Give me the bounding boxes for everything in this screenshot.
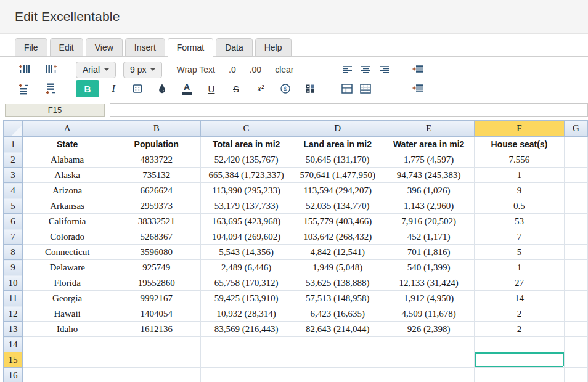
cell-A16[interactable] xyxy=(22,368,112,382)
cell-G4[interactable] xyxy=(564,183,587,198)
insert-column-right-icon[interactable] xyxy=(42,61,60,78)
cell-G13[interactable] xyxy=(564,322,587,337)
cell-B11[interactable]: 9992167 xyxy=(112,291,201,306)
font-size-dropdown[interactable]: 9 px xyxy=(123,62,162,78)
cell-B6[interactable]: 38332521 xyxy=(112,214,201,229)
cell-F4[interactable]: 9 xyxy=(474,183,564,198)
cell-C9[interactable]: 2,489 (6,446) xyxy=(201,260,292,275)
cell-B13[interactable]: 1612136 xyxy=(112,322,201,337)
cell-G2[interactable] xyxy=(564,152,587,168)
strikethrough-button[interactable]: S xyxy=(224,80,248,97)
cell-C14[interactable] xyxy=(201,337,292,352)
cell-D4[interactable]: 113,594 (294,207) xyxy=(292,183,383,198)
underline-button[interactable]: U xyxy=(199,80,224,97)
cell-D2[interactable]: 50,645 (131,170) xyxy=(292,152,383,168)
cell-E10[interactable]: 12,133 (31,424) xyxy=(383,275,475,291)
clear-format-button[interactable]: clear xyxy=(275,65,293,75)
select-all-corner-cell[interactable] xyxy=(4,121,23,137)
cell-G14[interactable] xyxy=(564,337,587,352)
insert-row-above-icon[interactable] xyxy=(15,80,33,97)
row-header-1[interactable]: 1 xyxy=(4,137,23,152)
tab-help[interactable]: Help xyxy=(255,38,292,57)
insert-row-below-icon[interactable] xyxy=(42,80,60,97)
borders-button[interactable] xyxy=(125,80,150,97)
cell-A2[interactable]: Alabama xyxy=(22,152,112,168)
align-right-button[interactable] xyxy=(375,61,393,78)
cell-G16[interactable] xyxy=(564,368,587,382)
cell-E14[interactable] xyxy=(383,337,475,352)
cell-E7[interactable]: 452 (1,171) xyxy=(383,229,475,245)
wrap-text-button[interactable]: Wrap Text xyxy=(176,65,215,75)
tab-insert[interactable]: Insert xyxy=(125,38,165,57)
cell-D8[interactable]: 4,842 (12,541) xyxy=(292,245,383,260)
column-header-C[interactable]: C xyxy=(201,121,292,137)
column-header-G[interactable]: G xyxy=(564,121,587,137)
cell-B14[interactable] xyxy=(112,337,201,352)
cell-B12[interactable]: 1404054 xyxy=(112,306,201,322)
cell-A4[interactable]: Arizona xyxy=(22,183,112,198)
tab-format[interactable]: Format xyxy=(168,38,213,57)
cell-E12[interactable]: 4,509 (11,678) xyxy=(383,306,475,322)
align-left-button[interactable] xyxy=(338,61,356,78)
row-header-6[interactable]: 6 xyxy=(4,214,23,229)
cell-F12[interactable]: 2 xyxy=(474,306,564,322)
cell-F6[interactable]: 53 xyxy=(474,214,564,229)
cell-D1[interactable]: Land area in mi2 xyxy=(292,137,383,152)
freeze-rows-top-icon[interactable] xyxy=(409,61,427,78)
cell-E16[interactable] xyxy=(383,368,475,382)
fill-color-button[interactable] xyxy=(150,80,174,97)
row-header-5[interactable]: 5 xyxy=(4,198,23,214)
cell-C11[interactable]: 59,425 (153,910) xyxy=(201,291,292,306)
cell-G15[interactable] xyxy=(564,352,587,368)
cell-E8[interactable]: 701 (1,816) xyxy=(383,245,475,260)
cell-F3[interactable]: 1 xyxy=(474,168,564,183)
cell-A8[interactable]: Connecticut xyxy=(22,245,112,260)
merge-cells-button[interactable] xyxy=(338,80,356,97)
increase-decimal-button[interactable]: .00 xyxy=(250,65,261,75)
cell-E15[interactable] xyxy=(383,352,475,368)
cell-A11[interactable]: Georgia xyxy=(22,291,112,306)
cell-D15[interactable] xyxy=(292,352,383,368)
cell-B3[interactable]: 735132 xyxy=(112,168,201,183)
cell-D14[interactable] xyxy=(292,337,383,352)
cell-E1[interactable]: Water area in mi2 xyxy=(383,137,475,152)
cell-A5[interactable]: Arkansas xyxy=(22,198,112,214)
row-header-13[interactable]: 13 xyxy=(4,322,23,337)
cell-C7[interactable]: 104,094 (269,602) xyxy=(201,229,292,245)
cell-C16[interactable] xyxy=(201,368,292,382)
cell-B15[interactable] xyxy=(112,352,201,368)
cell-D6[interactable]: 155,779 (403,466) xyxy=(292,214,383,229)
cell-B5[interactable]: 2959373 xyxy=(112,198,201,214)
cell-C15[interactable] xyxy=(201,352,292,368)
row-header-9[interactable]: 9 xyxy=(4,260,23,275)
cell-D16[interactable] xyxy=(292,368,383,382)
cell-G10[interactable] xyxy=(564,275,587,291)
column-header-D[interactable]: D xyxy=(292,121,383,137)
bold-button[interactable]: B xyxy=(76,80,99,97)
cell-C2[interactable]: 52,420 (135,767) xyxy=(201,152,292,168)
cell-G11[interactable] xyxy=(564,291,587,306)
fill-handle[interactable] xyxy=(563,366,565,368)
cell-D7[interactable]: 103,642 (268,432) xyxy=(292,229,383,245)
cell-B16[interactable] xyxy=(112,368,201,382)
cell-G9[interactable] xyxy=(564,260,587,275)
cell-G12[interactable] xyxy=(564,306,587,322)
cell-B2[interactable]: 4833722 xyxy=(112,152,201,168)
cell-D11[interactable]: 57,513 (148,958) xyxy=(292,291,383,306)
cell-C4[interactable]: 113,990 (295,233) xyxy=(201,183,292,198)
cell-F13[interactable]: 2 xyxy=(474,322,564,337)
cell-C10[interactable]: 65,758 (170,312) xyxy=(201,275,292,291)
font-family-dropdown[interactable]: Arial xyxy=(76,62,116,78)
formula-input[interactable] xyxy=(110,103,588,117)
cell-D13[interactable]: 82,643 (214,044) xyxy=(292,322,383,337)
cell-D5[interactable]: 52,035 (134,770) xyxy=(292,198,383,214)
cell-F1[interactable]: House seat(s) xyxy=(474,137,564,152)
row-header-2[interactable]: 2 xyxy=(4,152,23,168)
unmerge-cells-button[interactable] xyxy=(356,80,375,97)
cell-A13[interactable]: Idaho xyxy=(22,322,112,337)
row-header-10[interactable]: 10 xyxy=(4,275,23,291)
cell-B8[interactable]: 3596080 xyxy=(112,245,201,260)
cell-C13[interactable]: 83,569 (216,443) xyxy=(201,322,292,337)
cell-E2[interactable]: 1,775 (4,597) xyxy=(383,152,475,168)
currency-button[interactable]: $ xyxy=(273,80,298,97)
